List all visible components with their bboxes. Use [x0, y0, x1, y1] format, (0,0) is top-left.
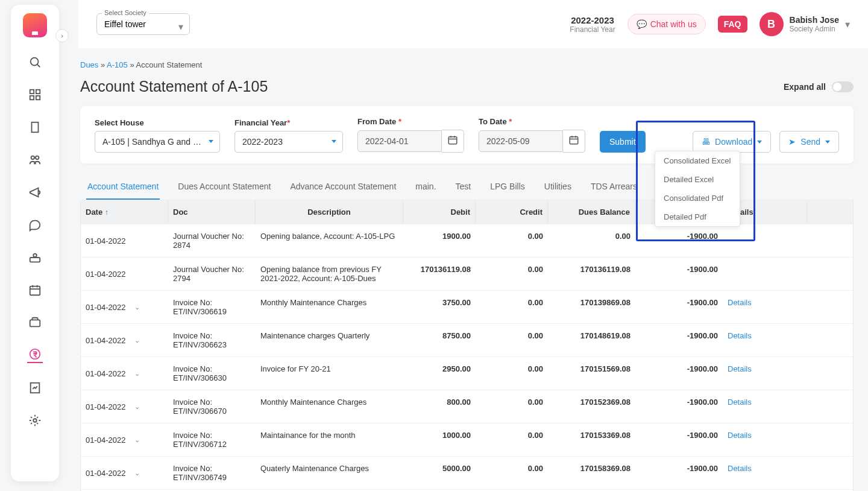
dashboard-icon[interactable]	[27, 87, 43, 103]
table-row: 01-04-2022 ⌄Invoice No: ET/INV/306619Mon…	[81, 290, 853, 323]
statement-table: Date ↑ Doc Description Debit Credit Dues…	[80, 200, 854, 491]
cell-debit: 1900.00	[403, 224, 476, 257]
svg-point-0	[31, 58, 39, 66]
users-icon[interactable]	[27, 152, 43, 168]
house-label: Select House	[95, 118, 220, 127]
col-debit[interactable]: Debit	[403, 200, 476, 224]
from-date-input[interactable]: 2022-04-01	[357, 130, 442, 152]
svg-rect-4	[30, 96, 34, 100]
page-title: Account Statement of A-105	[80, 78, 268, 95]
chevron-down-icon[interactable]: ⌄	[134, 436, 140, 444]
col-doc[interactable]: Doc	[168, 200, 256, 224]
cell-desc: Invoice for FY 20-21	[256, 357, 403, 390]
chat-icon[interactable]	[27, 217, 43, 233]
chevron-down-icon[interactable]: ⌄	[134, 403, 140, 411]
cell-debit: 1000.00	[403, 423, 476, 456]
download-button[interactable]: 🖶 Download	[693, 131, 771, 153]
svg-rect-6	[32, 122, 39, 133]
tab-utilities[interactable]: Utilities	[543, 174, 573, 200]
tab-lpg[interactable]: LPG Bills	[489, 174, 526, 200]
rupee-icon[interactable]	[27, 347, 43, 363]
cell-details: Details	[723, 390, 807, 423]
house-select[interactable]: A-105 | Sandhya G and …	[95, 131, 220, 153]
cell-details: Details	[723, 291, 807, 323]
details-link[interactable]: Details	[728, 398, 752, 407]
fy-select[interactable]: 2022-2023	[234, 131, 343, 153]
cell-doc: Journal Voucher No: 2874	[168, 224, 256, 257]
send-button[interactable]: ➤ Send	[779, 131, 839, 153]
download-detailed-excel[interactable]: Detailed Excel	[655, 170, 740, 189]
calendar-icon[interactable]	[442, 130, 464, 153]
cell-balance: -1900.00	[635, 224, 723, 257]
chevron-down-icon[interactable]: ⌄	[134, 469, 140, 477]
table-row: 01-04-2022 Journal Voucher No: 2794Openi…	[81, 257, 853, 290]
fy-value: 2022-2023	[242, 137, 283, 147]
expand-all-toggle[interactable]: Expand all	[784, 81, 854, 92]
chat-button[interactable]: 💬 Chat with us	[627, 14, 706, 34]
avatar: B	[760, 12, 784, 36]
sidebar-expand-button[interactable]: ›	[55, 29, 69, 42]
cell-date: 01-04-2022 ⌄	[81, 390, 168, 423]
announce-icon[interactable]	[27, 185, 43, 200]
svg-rect-5	[36, 96, 40, 100]
app-header: Select Society Eiffel tower ▾ 2022-2023 …	[78, 0, 868, 48]
report-icon[interactable]	[27, 380, 43, 396]
cell-date: 01-04-2022 ⌄	[81, 457, 168, 489]
toggle-switch[interactable]	[832, 81, 854, 92]
chevron-down-icon[interactable]: ⌄	[134, 303, 140, 311]
details-link[interactable]: Details	[728, 364, 752, 373]
breadcrumb-dues[interactable]: Dues	[80, 60, 98, 69]
tab-test[interactable]: Test	[454, 174, 473, 200]
table-row: 01-04-2022 ⌄Invoice No: ET/INV/306630Inv…	[81, 356, 853, 390]
col-date[interactable]: Date ↑	[81, 200, 168, 224]
download-consolidated-pdf[interactable]: Consolidated Pdf	[655, 189, 740, 207]
app-logo[interactable]	[23, 13, 47, 37]
cell-details: Details	[723, 324, 807, 356]
society-select-label: Select Society	[102, 9, 149, 16]
cell-balance: -1900.00	[635, 324, 723, 356]
cell-date: 01-04-2022 ⌄	[81, 291, 168, 323]
svg-point-18	[30, 349, 40, 359]
details-link[interactable]: Details	[728, 464, 752, 473]
user-menu[interactable]: B Babish Jose Society Admin ▾	[760, 12, 850, 36]
submit-button[interactable]: Submit	[600, 131, 646, 153]
tab-tds[interactable]: TDS Arrears	[590, 174, 638, 200]
col-desc[interactable]: Description	[256, 200, 403, 224]
tab-main[interactable]: main.	[414, 174, 437, 200]
faq-button[interactable]: FAQ	[718, 16, 747, 33]
chevron-down-icon[interactable]: ⌄	[134, 337, 140, 344]
cell-credit: 0.00	[476, 423, 548, 456]
cell-desc: Opening balance from previous FY 2021-20…	[256, 258, 403, 290]
tab-dues-statement[interactable]: Dues Account Statement	[177, 174, 272, 200]
col-dues[interactable]: Dues Balance	[548, 200, 635, 224]
cell-debit: 170136119.08	[403, 258, 476, 290]
tab-account-statement[interactable]: Account Statement	[86, 174, 160, 200]
details-link[interactable]: Details	[728, 431, 752, 440]
details-link[interactable]: Details	[728, 298, 752, 307]
sort-asc-icon: ↑	[105, 207, 109, 217]
chevron-down-icon[interactable]: ⌄	[134, 370, 140, 378]
calendar-icon[interactable]	[27, 282, 43, 298]
from-date-label: From Date *	[357, 117, 464, 126]
society-select[interactable]: Select Society Eiffel tower ▾	[96, 13, 190, 35]
chevron-down-icon	[757, 141, 762, 144]
svg-point-9	[31, 156, 35, 160]
breadcrumb-unit[interactable]: A-105	[107, 60, 128, 69]
col-credit[interactable]: Credit	[476, 200, 548, 224]
download-detailed-pdf[interactable]: Detailed Pdf	[655, 207, 740, 226]
tab-advance-statement[interactable]: Advance Account Statement	[289, 174, 397, 200]
cell-balance: -1900.00	[635, 423, 723, 456]
helpdesk-icon[interactable]	[27, 250, 43, 265]
sidebar	[11, 5, 59, 481]
search-icon[interactable]	[27, 54, 43, 70]
wallet-icon[interactable]	[27, 315, 43, 331]
cell-debit: 3750.00	[403, 291, 476, 323]
svg-line-1	[37, 65, 40, 68]
calendar-icon[interactable]	[563, 130, 585, 153]
to-date-input[interactable]: 2022-05-09	[479, 130, 563, 152]
building-icon[interactable]	[27, 119, 43, 135]
download-consolidated-excel[interactable]: Consolidated Excel	[655, 151, 740, 170]
details-link[interactable]: Details	[728, 331, 752, 340]
cell-details: Details	[723, 423, 807, 456]
settings-icon[interactable]	[27, 413, 43, 428]
